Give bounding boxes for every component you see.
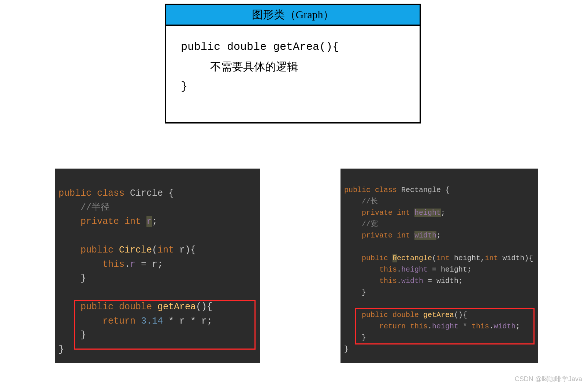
ctor-name-initial: R — [392, 254, 397, 262]
expr: * r * r; — [163, 316, 212, 327]
literal-pi: 3.14 — [141, 316, 163, 327]
kw-private: private — [362, 231, 392, 240]
kw-public: public — [362, 254, 388, 262]
paren: ( — [152, 245, 157, 255]
dot: . — [397, 277, 401, 285]
kw-int: int — [397, 231, 410, 240]
class-name-rectangle: Rectangle — [401, 186, 441, 194]
semi: ; — [152, 216, 157, 227]
kw-int: int — [157, 245, 174, 255]
field-height: height — [432, 322, 458, 331]
class-close: } — [59, 344, 64, 355]
assign: = width; — [423, 277, 463, 285]
code-panel-rectangle: public class Rectangle { //长 private int… — [340, 169, 538, 363]
brace: { — [163, 188, 174, 199]
dot: . — [428, 322, 432, 331]
uml-header-text: 图形类（Graph） — [252, 8, 334, 21]
brace-close: } — [362, 333, 366, 342]
field-width: width — [414, 231, 436, 240]
comment-width: //宽 — [362, 220, 378, 228]
this: this — [379, 277, 397, 285]
paren: ( — [432, 254, 436, 262]
kw-int: int — [124, 216, 141, 227]
dot: . — [397, 265, 401, 274]
param-width: width — [498, 254, 524, 262]
kw-public: public — [362, 311, 388, 319]
kw-int: int — [397, 209, 410, 217]
field-width: width — [401, 277, 423, 285]
comment-height: //长 — [362, 197, 378, 206]
field-width: width — [494, 322, 516, 331]
method-getArea: getArea — [423, 311, 454, 319]
ctor-name: Circle — [119, 245, 152, 255]
code-panel-circle: public class Circle { //半径 private int r… — [55, 169, 260, 363]
brace-close: } — [81, 273, 86, 284]
uml-method-note: 不需要具体的逻辑 — [210, 57, 405, 77]
uml-method-signature: public double getArea(){ — [181, 37, 405, 57]
kw-int: int — [485, 254, 498, 262]
kw-private: private — [81, 216, 119, 227]
uml-header: 图形类（Graph） — [166, 5, 420, 26]
semi: ; — [436, 231, 441, 240]
sig: (){ — [196, 302, 212, 312]
kw-class: class — [97, 188, 124, 199]
brace-close: } — [81, 330, 86, 340]
kw-public: public — [81, 245, 113, 255]
class-close: } — [344, 345, 349, 353]
field-height: height — [401, 265, 428, 274]
assign: = height; — [428, 265, 472, 274]
kw-public: public — [59, 188, 92, 199]
class-name-circle: Circle — [130, 188, 163, 199]
param-r: r — [174, 245, 185, 255]
mul: * — [458, 322, 472, 331]
kw-class: class — [375, 186, 397, 194]
paren-close: ){ — [185, 245, 196, 255]
field-r: r — [146, 216, 152, 227]
uml-graph-class-box: 图形类（Graph） public double getArea(){ 不需要具… — [165, 4, 421, 124]
comment-radius: //半径 — [81, 202, 110, 213]
sig: (){ — [454, 311, 467, 319]
assign: = r; — [135, 259, 163, 270]
watermark: CSDN @喝咖啡学Java — [515, 375, 582, 383]
kw-public: public — [81, 302, 113, 312]
this: this — [472, 322, 489, 331]
paren-close: ){ — [524, 254, 533, 262]
method-getArea: getArea — [157, 302, 196, 312]
kw-double: double — [392, 311, 419, 319]
kw-return: return — [103, 316, 135, 327]
kw-int: int — [436, 254, 450, 262]
dot: . — [124, 259, 130, 270]
ctor-name-rest: ectangle — [397, 254, 432, 262]
this: this — [410, 322, 428, 331]
brace: { — [441, 186, 450, 194]
param-height: height — [450, 254, 480, 262]
kw-double: double — [119, 302, 152, 312]
kw-return: return — [379, 322, 406, 331]
uml-method-close: } — [181, 77, 405, 96]
brace-close: } — [362, 288, 366, 296]
comma: , — [480, 254, 485, 262]
semi: ; — [441, 209, 445, 217]
dot: . — [489, 322, 494, 331]
kw-private: private — [362, 209, 392, 217]
semi: ; — [516, 322, 520, 331]
field-height: height — [414, 209, 441, 217]
this: this — [379, 265, 397, 274]
field-r: r — [130, 259, 135, 270]
kw-public: public — [344, 186, 371, 194]
this: this — [103, 259, 124, 270]
uml-body: public double getArea(){ 不需要具体的逻辑 } — [166, 26, 420, 122]
